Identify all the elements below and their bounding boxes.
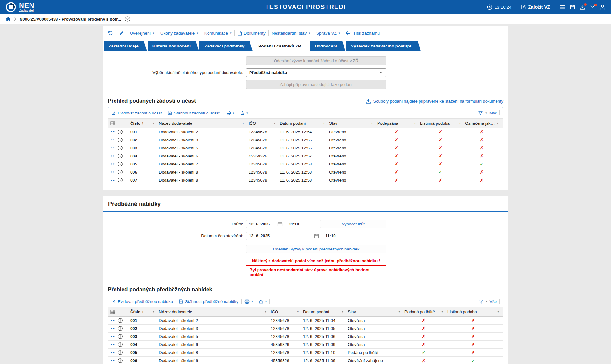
table-row[interactable]: 001Dodavatel - školení 21234567811. 6. 2… <box>108 128 503 136</box>
export-menu-button[interactable]: ▾ <box>240 111 248 115</box>
table-row[interactable]: 007Dodavatel - školení 81234567811. 6. 2… <box>108 176 503 184</box>
column-filter-icon[interactable]: ▾ <box>322 122 325 125</box>
toolbar-item-komunikace[interactable]: Komunikace▾ <box>204 31 232 36</box>
row-actions-icon[interactable] <box>111 171 115 173</box>
table-row[interactable]: 005Dodavatel - školení 81234567812. 6. 2… <box>108 349 503 357</box>
column-filter-icon[interactable]: ▾ <box>151 310 154 313</box>
column-filter-icon[interactable]: ▾ <box>272 122 275 125</box>
column-filter-icon[interactable]: ▾ <box>263 310 266 313</box>
download-submissions-action[interactable]: Stáhnout žádosti o účast <box>168 111 219 115</box>
info-icon[interactable] <box>118 178 123 182</box>
column-header-nazev[interactable]: Název dodavatele▾ <box>157 307 268 316</box>
submission-files-link[interactable]: Soubory podání najdete připravené ke sta… <box>366 98 503 104</box>
column-filter-icon[interactable]: ▾ <box>296 310 299 313</box>
home-icon[interactable] <box>5 17 11 21</box>
info-icon[interactable] <box>118 318 123 323</box>
row-actions-icon[interactable] <box>111 344 115 345</box>
row-actions-icon[interactable] <box>111 147 115 148</box>
row-actions-icon[interactable] <box>111 328 115 329</box>
table-row[interactable]: 003Dodavatel - školení 51234567812. 6. 2… <box>108 333 503 341</box>
info-icon[interactable] <box>118 334 123 339</box>
toolbar-item-ukony-zadavatele[interactable]: Úkony zadavatele▾ <box>160 31 198 36</box>
tab-vysledek-zadavaciho-postupu[interactable]: Výsledek zadávacího postupu <box>346 41 417 51</box>
view-selector[interactable]: MW <box>489 111 497 115</box>
calendar-icon[interactable] <box>314 233 319 239</box>
export-menu-button[interactable]: ▾ <box>259 299 267 304</box>
toolbar-item-sprava-vz[interactable]: Správa VZ▾ <box>316 31 340 36</box>
create-vz-button[interactable]: Založit VZ <box>521 4 550 10</box>
table-row[interactable]: 002Dodavatel - školení 31234567811. 6. 2… <box>108 136 503 144</box>
column-filter-icon[interactable]: ▾ <box>151 122 154 125</box>
column-header-oznacena[interactable]: Označena jako ne▾ <box>463 119 501 128</box>
user-icon[interactable] <box>600 4 605 10</box>
column-header-podepsana[interactable]: Podepsána▾ <box>375 119 418 128</box>
column-header-ico[interactable]: IČO▾ <box>268 307 301 316</box>
deadline-datetime-field[interactable]: 12. 6. 2025 11:10 <box>246 220 316 228</box>
column-header-datum[interactable]: Datum podání▾ <box>301 307 345 316</box>
table-row[interactable]: 004Dodavatel - školení 64535932612. 6. 2… <box>108 341 503 349</box>
table-row[interactable]: 005Dodavatel - školení 71234567811. 6. 2… <box>108 160 503 168</box>
info-icon[interactable] <box>118 350 123 355</box>
info-icon[interactable] <box>118 326 123 331</box>
column-header-po_lhute[interactable]: Podaná po lhůtě▾ <box>402 307 445 316</box>
column-settings-button[interactable] <box>108 119 128 128</box>
table-row[interactable]: 006Dodavatel - školení 81234567811. 6. 2… <box>108 168 503 176</box>
row-actions-icon[interactable] <box>111 180 115 181</box>
info-icon[interactable] <box>118 170 123 174</box>
info-icon[interactable] <box>118 138 123 142</box>
column-header-ico[interactable]: IČO▾ <box>246 119 277 128</box>
table-row[interactable]: 003Dodavatel - školení 51234567811. 6. 2… <box>108 144 503 152</box>
column-filter-icon[interactable]: ▾ <box>397 310 400 313</box>
column-filter-icon[interactable]: ▾ <box>440 310 443 313</box>
column-filter-icon[interactable]: ▾ <box>370 122 373 125</box>
tab-kriteria-hodnoceni[interactable]: Kritéria hodnocení <box>148 41 195 51</box>
column-filter-icon[interactable]: ▾ <box>241 122 244 125</box>
column-settings-button[interactable] <box>108 307 128 316</box>
row-actions-icon[interactable] <box>111 336 115 337</box>
row-actions-icon[interactable] <box>111 163 115 165</box>
column-header-cislo[interactable]: Číslo↑▾ <box>128 307 157 316</box>
nen-logo[interactable]: NEN Zadavatel <box>6 2 34 12</box>
download-submissions-action[interactable]: Stáhnout předběžné nabídky <box>179 299 238 304</box>
column-header-listinna[interactable]: Listinná podoba▾ <box>445 307 501 316</box>
column-header-stav[interactable]: Stav▾ <box>327 119 375 128</box>
column-filter-icon[interactable]: ▾ <box>458 122 461 125</box>
calc-deadlines-button[interactable]: Výpočet lhůt <box>320 220 386 228</box>
column-header-cislo[interactable]: Číslo↑▾ <box>128 119 157 128</box>
print-menu-button[interactable]: ▾ <box>226 111 234 115</box>
column-filter-icon[interactable]: ▾ <box>340 310 343 313</box>
toolbar-item-dokumenty[interactable]: Dokumenty <box>238 31 266 36</box>
row-actions-icon[interactable] <box>111 352 115 353</box>
send-invite-bids-button[interactable]: Odeslání výzvy k podání předběžných nabí… <box>246 245 386 253</box>
table-row[interactable]: 004Dodavatel - školení 64535932611. 6. 2… <box>108 152 503 160</box>
messages-icon[interactable] <box>590 5 595 9</box>
calendar-icon[interactable] <box>277 222 283 227</box>
row-actions-icon[interactable] <box>111 155 115 157</box>
register-action[interactable]: Evidovat předběžnou nabídku <box>111 299 173 304</box>
tab-hodnoceni[interactable]: Hodnocení <box>310 41 342 51</box>
downloads-icon[interactable] <box>580 4 585 10</box>
column-filter-icon[interactable]: ▾ <box>413 122 416 125</box>
view-selector[interactable]: Vše <box>490 299 497 304</box>
column-header-datum[interactable]: Datum podání▾ <box>277 119 327 128</box>
print-menu-button[interactable]: ▾ <box>244 299 253 304</box>
row-actions-icon[interactable] <box>111 320 115 321</box>
tab-podani-ucastniku-zp[interactable]: Podání účastníků ZP <box>253 41 306 51</box>
column-header-nazev[interactable]: Název dodavatele▾ <box>157 119 246 128</box>
info-icon[interactable] <box>118 358 123 363</box>
table-row[interactable]: 006Dodavatel - školení 64535932612. 6. 2… <box>108 357 503 364</box>
column-header-listinna[interactable]: Listinná podoba▾ <box>418 119 463 128</box>
toolbar-item-uverejneni[interactable]: Uveřejnění▾ <box>130 31 154 36</box>
info-icon[interactable] <box>118 154 123 158</box>
menu-icon[interactable] <box>559 5 565 10</box>
info-icon[interactable] <box>118 130 123 134</box>
edit-record-icon[interactable] <box>119 31 124 36</box>
toolbar-item-nestandardni-stav[interactable]: Nestandardní stav▾ <box>272 31 310 36</box>
info-icon[interactable] <box>118 342 123 347</box>
calendar-icon[interactable] <box>570 4 575 10</box>
row-actions-icon[interactable] <box>111 131 115 132</box>
history-back-icon[interactable] <box>107 30 113 36</box>
column-header-stav[interactable]: Stav▾ <box>345 307 402 316</box>
info-icon[interactable] <box>118 146 123 150</box>
table-row[interactable]: 001Dodavatel - školení 21234567812. 6. 2… <box>108 317 503 325</box>
